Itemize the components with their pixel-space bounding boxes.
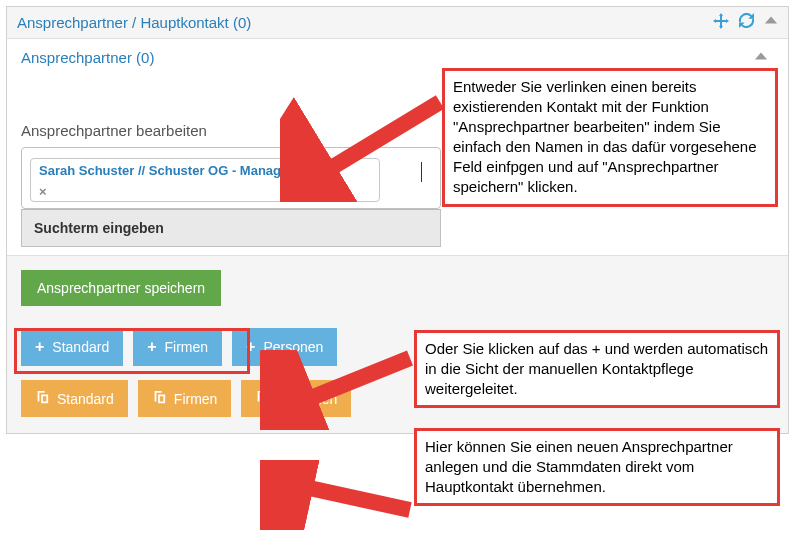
annotation-arrow-icon <box>260 350 420 430</box>
callout-plus: Oder Sie klicken auf das + und werden au… <box>414 330 780 408</box>
save-contacts-button[interactable]: Ansprechpartner speichern <box>21 270 221 306</box>
svg-line-0 <box>308 102 440 182</box>
remove-tag-icon[interactable]: × <box>39 184 47 199</box>
button-label: Standard <box>57 391 114 407</box>
callout-copy: Hier können Sie einen neuen Ansprechpart… <box>414 428 780 506</box>
copy-icon <box>152 390 166 407</box>
refresh-icon[interactable] <box>739 13 754 32</box>
highlight-save-button <box>14 328 250 374</box>
copy-standard-button[interactable]: Standard <box>21 380 128 417</box>
copy-icon <box>35 390 49 407</box>
move-icon[interactable] <box>713 13 729 32</box>
contacts-section-title[interactable]: Ansprechpartner (0) <box>21 49 154 66</box>
contact-tag-text: Sarah Schuster // Schuster OG - Manageme… <box>39 163 319 178</box>
svg-line-2 <box>282 482 410 510</box>
annotation-arrow-icon <box>280 92 450 202</box>
search-term-row[interactable]: Suchterm eingeben <box>21 209 441 247</box>
callout-edit-link: Entweder Sie verlinken einen bereits exi… <box>442 68 778 207</box>
collapse-icon[interactable] <box>764 13 778 32</box>
svg-line-1 <box>286 358 410 408</box>
panel-title: Ansprechpartner / Hauptkontakt (0) <box>17 14 251 31</box>
button-label: Firmen <box>174 391 218 407</box>
annotation-arrow-icon <box>260 460 420 530</box>
header-actions <box>713 13 778 32</box>
copy-firmen-button[interactable]: Firmen <box>138 380 232 417</box>
panel-header: Ansprechpartner / Hauptkontakt (0) <box>7 7 788 39</box>
